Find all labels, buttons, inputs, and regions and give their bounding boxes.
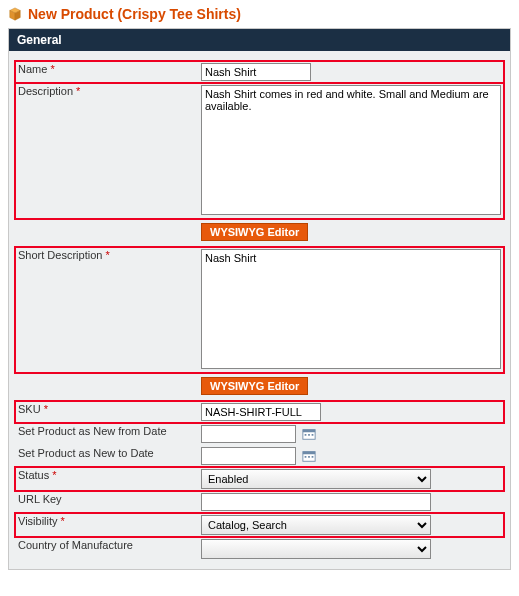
svg-rect-11 [308, 456, 310, 458]
svg-rect-10 [305, 456, 307, 458]
svg-rect-4 [303, 430, 315, 433]
row-description: Description * [15, 83, 504, 219]
row-url-key: URL Key [15, 491, 504, 513]
short-description-textarea[interactable] [201, 249, 501, 369]
status-select[interactable]: Enabled [201, 469, 431, 489]
required-mark: * [76, 85, 80, 97]
row-new-from-date: Set Product as New from Date [15, 423, 504, 445]
row-short-description: Short Description * [15, 247, 504, 373]
new-from-label: Set Product as New from Date [18, 425, 167, 437]
page-title-row: New Product (Crispy Tee Shirts) [8, 6, 511, 28]
svg-rect-9 [303, 452, 315, 455]
status-label: Status [18, 469, 49, 481]
row-visibility: Visibility * Catalog, Search [15, 513, 504, 537]
svg-rect-6 [308, 434, 310, 436]
country-select[interactable] [201, 539, 431, 559]
row-name: Name * [15, 61, 504, 83]
new-to-label: Set Product as New to Date [18, 447, 154, 459]
url-key-input[interactable] [201, 493, 431, 511]
svg-rect-12 [312, 456, 314, 458]
required-mark: * [44, 403, 48, 415]
svg-rect-5 [305, 434, 307, 436]
wysiwyg-button[interactable]: WYSIWYG Editor [201, 377, 308, 395]
country-label: Country of Manufacture [18, 539, 133, 551]
url-key-label: URL Key [18, 493, 62, 505]
required-mark: * [52, 469, 56, 481]
description-label: Description [18, 85, 73, 97]
sku-input[interactable] [201, 403, 321, 421]
row-status: Status * Enabled [15, 467, 504, 491]
required-mark: * [61, 515, 65, 527]
visibility-select[interactable]: Catalog, Search [201, 515, 431, 535]
general-panel: General Name * Description * WYSIWYG Edi… [8, 28, 511, 570]
new-from-date-input[interactable] [201, 425, 296, 443]
wysiwyg-button[interactable]: WYSIWYG Editor [201, 223, 308, 241]
panel-header: General [9, 29, 510, 51]
row-new-to-date: Set Product as New to Date [15, 445, 504, 467]
short-description-label: Short Description [18, 249, 102, 261]
cube-icon [8, 7, 22, 21]
required-mark: * [105, 249, 109, 261]
sku-label: SKU [18, 403, 41, 415]
row-sku: SKU * [15, 401, 504, 423]
new-to-date-input[interactable] [201, 447, 296, 465]
name-label: Name [18, 63, 47, 75]
page-title: New Product (Crispy Tee Shirts) [28, 6, 241, 22]
description-textarea[interactable] [201, 85, 501, 215]
svg-rect-7 [312, 434, 314, 436]
calendar-icon[interactable] [302, 427, 316, 441]
row-country: Country of Manufacture [15, 537, 504, 561]
name-input[interactable] [201, 63, 311, 81]
calendar-icon[interactable] [302, 449, 316, 463]
required-mark: * [50, 63, 54, 75]
visibility-label: Visibility [18, 515, 58, 527]
